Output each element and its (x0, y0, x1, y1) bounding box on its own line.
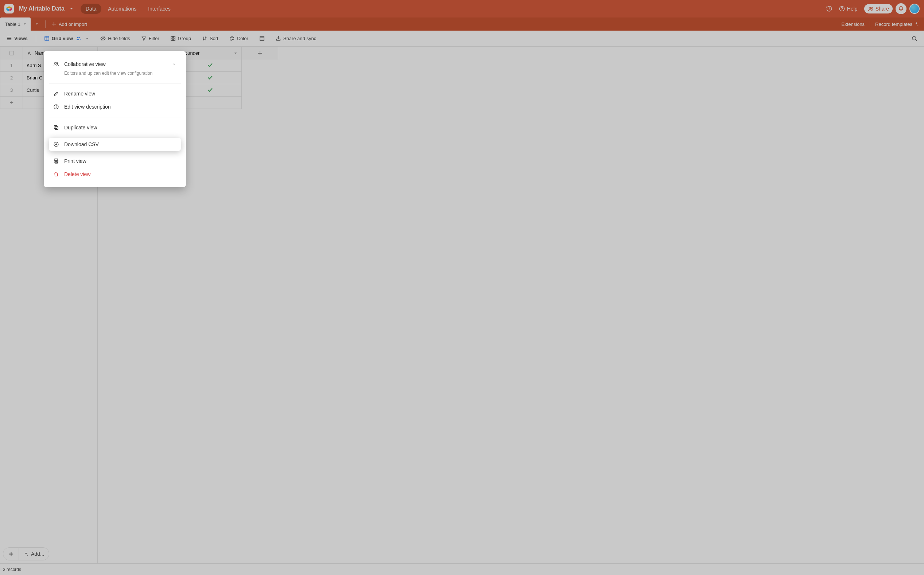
menu-delete-view[interactable]: Delete view (49, 168, 181, 181)
menu-collaborative-view[interactable]: Collaborative view (49, 57, 181, 71)
download-icon (53, 141, 59, 147)
svg-rect-31 (55, 159, 57, 160)
duplicate-icon (53, 125, 59, 130)
menu-download-csv[interactable]: Download CSV (49, 138, 181, 151)
menu-rename-view[interactable]: Rename view (49, 87, 181, 100)
menu-separator (49, 117, 181, 118)
people-icon (53, 61, 59, 67)
menu-label: Delete view (64, 171, 91, 177)
menu-label: Print view (64, 158, 86, 164)
svg-point-23 (55, 62, 57, 64)
print-icon (53, 158, 59, 164)
svg-rect-29 (54, 126, 57, 129)
menu-label: Download CSV (64, 141, 99, 147)
svg-rect-28 (55, 126, 58, 129)
info-icon (53, 104, 59, 110)
view-context-menu: Collaborative view Editors and up can ed… (44, 51, 186, 187)
menu-label: Duplicate view (64, 125, 97, 130)
chevron-right-icon (172, 62, 177, 66)
menu-label: Collaborative view (64, 61, 167, 67)
trash-icon (53, 171, 59, 177)
svg-point-27 (56, 106, 56, 106)
menu-collaborative-subtitle: Editors and up can edit the view configu… (49, 71, 181, 79)
menu-print-view[interactable]: Print view (49, 154, 181, 168)
menu-duplicate-view[interactable]: Duplicate view (49, 121, 181, 134)
menu-label: Edit view description (64, 104, 111, 110)
svg-point-24 (57, 62, 58, 64)
pencil-icon (53, 91, 59, 97)
menu-edit-description[interactable]: Edit view description (49, 100, 181, 113)
menu-label: Rename view (64, 91, 95, 97)
menu-separator (49, 83, 181, 83)
